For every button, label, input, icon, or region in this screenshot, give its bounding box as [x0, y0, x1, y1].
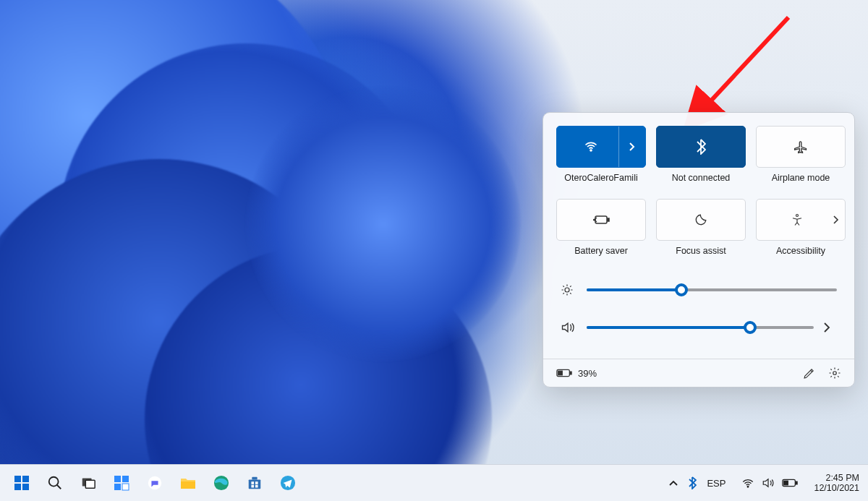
edge-button[interactable] — [207, 468, 236, 497]
brightness-slider[interactable] — [587, 288, 837, 291]
sliders-section — [556, 283, 841, 334]
battery-saver-tile[interactable] — [556, 199, 646, 241]
volume-output-button[interactable] — [824, 322, 837, 333]
svg-point-5 — [796, 215, 799, 217]
svg-rect-18 — [114, 476, 121, 482]
focus-assist-icon — [694, 213, 707, 226]
battery-percent-label: 39% — [578, 368, 597, 379]
svg-point-32 — [748, 487, 749, 488]
microsoft-store-button[interactable] — [240, 468, 269, 497]
chat-button[interactable] — [140, 468, 169, 497]
focus-assist-tile-label: Focus assist — [676, 246, 726, 263]
widgets-button[interactable] — [107, 468, 136, 497]
quick-settings-panel: OteroCaleroFamili Not connected Airplane… — [542, 112, 855, 387]
volume-icon — [561, 321, 576, 334]
volume-slider-row — [561, 321, 837, 334]
wifi-tile-label: OteroCaleroFamili — [564, 173, 637, 190]
volume-slider[interactable] — [587, 326, 814, 329]
clock-date: 12/10/2021 — [814, 483, 859, 493]
settings-button[interactable] — [828, 367, 841, 380]
svg-rect-2 — [595, 216, 607, 223]
accessibility-tile[interactable] — [756, 199, 846, 241]
svg-rect-28 — [255, 481, 258, 484]
tray-overflow-button[interactable] — [669, 479, 678, 487]
quick-settings-footer: 39% — [543, 359, 854, 387]
airplane-mode-tile[interactable] — [756, 126, 846, 168]
svg-rect-12 — [22, 476, 29, 482]
focus-assist-tile[interactable] — [656, 199, 746, 241]
svg-rect-13 — [14, 484, 21, 490]
quick-settings-tiles: OteroCaleroFamili Not connected Airplane… — [556, 126, 841, 263]
task-view-button[interactable] — [74, 468, 103, 497]
svg-rect-27 — [251, 481, 254, 484]
wifi-tile[interactable] — [556, 126, 646, 168]
svg-rect-8 — [570, 372, 571, 374]
accessibility-tile-label: Accessibility — [776, 246, 825, 263]
svg-rect-30 — [255, 485, 258, 488]
bluetooth-tile-label: Not connected — [672, 173, 731, 190]
svg-rect-14 — [22, 484, 29, 490]
bluetooth-tile[interactable] — [656, 126, 746, 168]
svg-rect-23 — [181, 481, 195, 489]
svg-point-15 — [49, 477, 59, 487]
svg-point-1 — [590, 150, 592, 151]
tray-bluetooth-icon[interactable] — [688, 476, 697, 489]
svg-rect-3 — [608, 218, 609, 221]
wifi-icon — [584, 140, 598, 154]
start-button[interactable] — [7, 468, 36, 497]
svg-rect-35 — [784, 481, 788, 485]
network-volume-battery-button[interactable] — [736, 474, 804, 492]
battery-saver-icon — [592, 214, 610, 226]
system-tray: ESP 2:45 PM 12/10/2021 — [669, 473, 868, 494]
svg-point-10 — [833, 372, 837, 375]
telegram-button[interactable] — [273, 468, 302, 497]
file-explorer-button[interactable] — [174, 468, 203, 497]
airplane-icon — [793, 140, 808, 154]
svg-rect-25 — [249, 479, 261, 489]
clock-button[interactable]: 2:45 PM 12/10/2021 — [814, 473, 859, 494]
taskbar-pinned-apps — [0, 468, 302, 497]
svg-rect-9 — [558, 371, 563, 375]
battery-status[interactable]: 39% — [556, 368, 597, 379]
svg-rect-19 — [122, 476, 129, 482]
svg-rect-34 — [796, 481, 798, 484]
airplane-mode-tile-label: Airplane mode — [772, 173, 830, 190]
taskbar: ESP 2:45 PM 12/10/2021 — [0, 464, 868, 501]
brightness-slider-row — [561, 283, 837, 296]
accessibility-icon — [791, 213, 804, 226]
battery-saver-tile-label: Battery saver — [574, 246, 628, 263]
svg-rect-21 — [122, 484, 129, 490]
svg-point-6 — [565, 288, 569, 292]
clock-time: 2:45 PM — [814, 473, 859, 483]
brightness-icon — [561, 283, 576, 296]
svg-rect-26 — [252, 477, 257, 480]
wifi-expand-button[interactable] — [618, 127, 645, 167]
svg-rect-29 — [251, 485, 254, 488]
edit-quick-settings-button[interactable] — [803, 367, 815, 380]
svg-rect-20 — [114, 484, 121, 490]
svg-point-4 — [594, 219, 595, 220]
search-button[interactable] — [41, 468, 69, 497]
accessibility-expand-icon[interactable] — [833, 215, 839, 224]
bluetooth-icon — [696, 139, 706, 155]
svg-rect-11 — [14, 476, 21, 482]
svg-rect-17 — [85, 480, 95, 488]
input-language-button[interactable]: ESP — [707, 478, 726, 489]
